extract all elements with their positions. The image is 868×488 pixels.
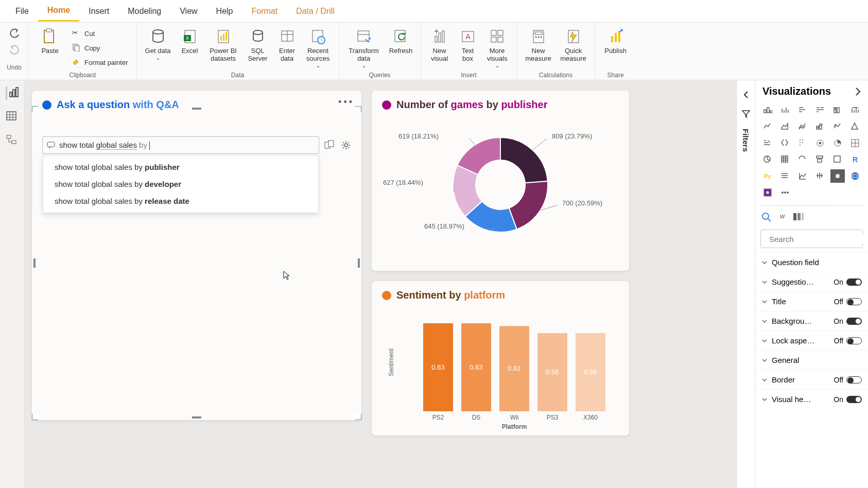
toggle-switch[interactable]: [846, 396, 862, 403]
paste-button[interactable]: Paste: [34, 26, 66, 71]
viz-search[interactable]: [760, 230, 863, 248]
new-visual-button[interactable]: +New visual: [426, 26, 453, 71]
viz-type-button[interactable]: [830, 169, 845, 183]
viz-type-button[interactable]: [813, 169, 827, 183]
viz-type-button[interactable]: [795, 136, 810, 150]
toggle-switch[interactable]: [846, 278, 862, 286]
format-section-title[interactable]: TitleOff: [755, 291, 868, 311]
viz-type-button[interactable]: [778, 186, 792, 199]
bar-chart-visual[interactable]: Sentiment by platform 0.63PS20.63DS0.61W…: [372, 281, 629, 435]
resize-handle[interactable]: [192, 108, 201, 110]
viz-type-button[interactable]: [830, 153, 845, 166]
menu-file[interactable]: File: [6, 2, 38, 21]
menu-home[interactable]: Home: [38, 1, 79, 22]
viz-type-button[interactable]: [760, 103, 775, 117]
filters-pane-collapsed[interactable]: Filters: [736, 80, 755, 488]
viz-type-button[interactable]: [848, 120, 862, 133]
menu-datadrill[interactable]: Data / Drill: [287, 2, 344, 21]
enter-data-button[interactable]: Enter data: [275, 26, 300, 71]
suggestion-item[interactable]: show total global sales by publisher: [43, 159, 318, 176]
format-painter-button[interactable]: Format painter: [69, 56, 131, 69]
toggle-switch[interactable]: [846, 318, 862, 325]
recent-sources-button[interactable]: Recent sources⌄: [303, 26, 334, 71]
fields-icon[interactable]: w: [780, 212, 785, 222]
format-section-bg[interactable]: Backgrou…On: [755, 311, 868, 330]
viz-type-button[interactable]: [848, 103, 862, 117]
suggestion-item[interactable]: show total global sales by release date: [43, 193, 318, 210]
toggle-switch[interactable]: [846, 376, 862, 384]
cut-button[interactable]: ✂Cut: [69, 27, 131, 40]
qna-visual[interactable]: ••• Ask a question with Q&A: [32, 91, 361, 420]
undo-button[interactable]: [9, 28, 20, 39]
sql-server-button[interactable]: SQL Server: [244, 26, 272, 71]
transform-data-button[interactable]: Transform data⌄: [344, 26, 384, 71]
viz-type-button[interactable]: [760, 153, 775, 166]
viz-type-button[interactable]: [760, 120, 775, 133]
viz-type-button[interactable]: [778, 169, 792, 183]
pbi-datasets-button[interactable]: Power BI datasets: [206, 26, 241, 71]
menu-insert[interactable]: Insert: [79, 2, 118, 21]
viz-type-button[interactable]: [795, 153, 810, 166]
format-section-general[interactable]: General: [755, 350, 868, 370]
viz-type-button[interactable]: [830, 120, 845, 133]
format-section-sugg[interactable]: Suggestio…On: [755, 272, 868, 291]
menu-view[interactable]: View: [170, 2, 206, 21]
resize-handle[interactable]: [355, 106, 361, 112]
report-view-button[interactable]: [6, 86, 19, 100]
toggle-switch[interactable]: [846, 337, 862, 344]
resize-handle[interactable]: [355, 414, 361, 420]
viz-type-button[interactable]: [778, 153, 792, 166]
viz-type-button[interactable]: [848, 169, 862, 183]
viz-type-button[interactable]: [760, 136, 775, 150]
viz-type-button[interactable]: Py: [760, 169, 775, 183]
format-section-question[interactable]: Question field: [755, 252, 868, 272]
menu-help[interactable]: Help: [207, 2, 242, 21]
donut-chart-visual[interactable]: Number of games by publisher 809 (23.79%…: [372, 91, 629, 271]
quick-measure-button[interactable]: Quick measure: [558, 26, 589, 71]
viz-type-button[interactable]: [813, 136, 827, 150]
viz-type-button[interactable]: [795, 103, 810, 117]
viz-type-button[interactable]: [830, 136, 845, 150]
search-icon[interactable]: [761, 212, 772, 222]
chevron-left-icon[interactable]: [742, 91, 750, 99]
chevron-right-icon[interactable]: [854, 87, 863, 96]
redo-button[interactable]: [9, 44, 20, 56]
model-view-button[interactable]: [6, 134, 19, 147]
viz-type-button[interactable]: [795, 120, 810, 133]
viz-type-button[interactable]: [778, 136, 792, 150]
viz-type-button[interactable]: [760, 186, 775, 199]
viz-type-button[interactable]: [795, 169, 810, 183]
data-view-button[interactable]: [6, 110, 19, 124]
get-data-button[interactable]: Get data⌄: [142, 26, 174, 71]
new-measure-button[interactable]: New measure: [523, 26, 554, 71]
resize-handle[interactable]: [192, 416, 201, 419]
resize-handle[interactable]: [32, 106, 38, 112]
viz-type-button[interactable]: [778, 120, 792, 133]
publish-button[interactable]: Publish: [600, 26, 631, 71]
refresh-button[interactable]: Refresh: [387, 26, 415, 71]
format-section-lock[interactable]: Lock aspe…Off: [755, 330, 868, 350]
menu-modeling[interactable]: Modeling: [118, 2, 170, 21]
report-canvas[interactable]: ••• Ask a question with Q&A: [25, 80, 736, 488]
qna-input[interactable]: show total global sales by show total gl…: [42, 136, 319, 154]
suggestion-item[interactable]: show total global sales by developer: [43, 176, 318, 193]
viz-type-button[interactable]: [813, 103, 827, 117]
viz-type-button[interactable]: [813, 120, 827, 133]
format-section-vh[interactable]: Visual he…On: [755, 389, 868, 409]
more-visuals-button[interactable]: More visuals⌄: [483, 26, 512, 71]
viz-type-button[interactable]: [778, 103, 792, 117]
excel-button[interactable]: XExcel: [177, 26, 203, 71]
toggle-switch[interactable]: [846, 298, 862, 305]
visual-menu-icon[interactable]: •••: [338, 97, 354, 108]
viz-type-button[interactable]: R: [848, 153, 862, 166]
search-input[interactable]: [769, 235, 867, 243]
format-section-border[interactable]: BorderOff: [755, 370, 868, 389]
viz-type-button[interactable]: [830, 103, 845, 117]
viz-type-button[interactable]: [848, 136, 862, 150]
copy-button[interactable]: Copy: [69, 41, 131, 55]
resize-handle[interactable]: [33, 258, 36, 268]
viz-type-button[interactable]: [813, 153, 827, 166]
text-box-button[interactable]: AText box: [456, 26, 480, 71]
resize-handle[interactable]: [358, 258, 360, 268]
menu-format[interactable]: Format: [242, 2, 287, 21]
